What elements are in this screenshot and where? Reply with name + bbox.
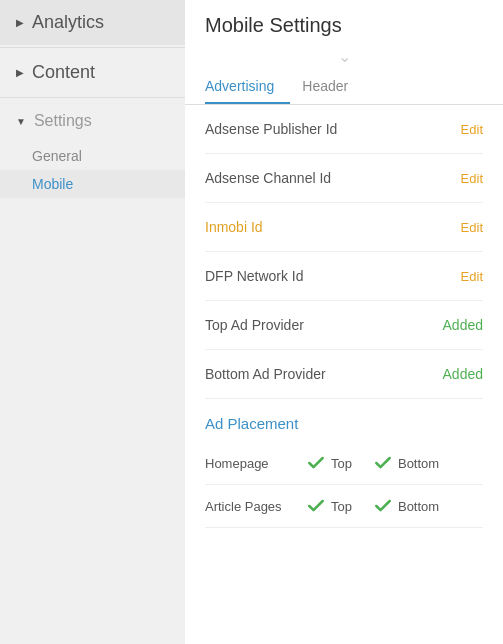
article-top-group: Top — [305, 495, 352, 517]
dfp-edit[interactable]: Edit — [461, 269, 483, 284]
article-top-label: Top — [331, 499, 352, 514]
sidebar-item-content[interactable]: ▶ Content — [0, 50, 185, 95]
sidebar-item-settings[interactable]: ▼ Settings — [0, 100, 185, 142]
sidebar: ▶ Analytics ▶ Content ▼ Settings General… — [0, 0, 185, 644]
page-title: Mobile Settings — [185, 0, 503, 47]
homepage-label: Homepage — [205, 456, 305, 471]
inmobi-label: Inmobi Id — [205, 219, 453, 235]
setting-row-dfp: DFP Network Id Edit — [205, 252, 483, 301]
bottom-ad-provider-status: Added — [443, 366, 483, 382]
article-bottom-label: Bottom — [398, 499, 439, 514]
sidebar-sub-mobile[interactable]: Mobile — [0, 170, 185, 198]
bottom-ad-provider-label: Bottom Ad Provider — [205, 366, 435, 382]
placement-row-homepage: Homepage Top Bottom — [205, 442, 483, 485]
analytics-label: Analytics — [32, 12, 104, 33]
content-label: Content — [32, 62, 95, 83]
adsense-publisher-label: Adsense Publisher Id — [205, 121, 453, 137]
main-content: Mobile Settings ⌄ Advertising Header Ads… — [185, 0, 503, 644]
article-bottom-group: Bottom — [372, 495, 439, 517]
homepage-top-check-icon[interactable] — [305, 452, 327, 474]
homepage-top-label: Top — [331, 456, 352, 471]
adsense-channel-edit[interactable]: Edit — [461, 171, 483, 186]
analytics-arrow-icon: ▶ — [16, 17, 24, 28]
sidebar-divider-1 — [0, 47, 185, 48]
general-label: General — [32, 148, 82, 164]
settings-arrow-icon: ▼ — [16, 116, 26, 127]
setting-row-inmobi: Inmobi Id Edit — [205, 203, 483, 252]
tab-advertising[interactable]: Advertising — [205, 70, 290, 104]
sidebar-item-analytics[interactable]: ▶ Analytics — [0, 0, 185, 45]
top-ad-provider-label: Top Ad Provider — [205, 317, 435, 333]
homepage-bottom-label: Bottom — [398, 456, 439, 471]
tabs-row: Advertising Header — [185, 70, 503, 105]
article-pages-label: Article Pages — [205, 499, 305, 514]
adsense-publisher-edit[interactable]: Edit — [461, 122, 483, 137]
inmobi-edit[interactable]: Edit — [461, 220, 483, 235]
ad-placement-heading: Ad Placement — [205, 399, 483, 442]
tab-header[interactable]: Header — [302, 70, 364, 104]
homepage-bottom-check-icon[interactable] — [372, 452, 394, 474]
setting-row-adsense-channel: Adsense Channel Id Edit — [205, 154, 483, 203]
dfp-label: DFP Network Id — [205, 268, 453, 284]
content-area: Adsense Publisher Id Edit Adsense Channe… — [185, 105, 503, 528]
article-top-check-icon[interactable] — [305, 495, 327, 517]
setting-row-adsense-publisher: Adsense Publisher Id Edit — [205, 105, 483, 154]
placement-row-article: Article Pages Top Bottom — [205, 485, 483, 528]
setting-row-top-ad: Top Ad Provider Added — [205, 301, 483, 350]
settings-label: Settings — [34, 112, 92, 130]
scroll-indicator: ⌄ — [185, 47, 503, 70]
mobile-label: Mobile — [32, 176, 73, 192]
top-ad-provider-status: Added — [443, 317, 483, 333]
content-arrow-icon: ▶ — [16, 67, 24, 78]
homepage-bottom-group: Bottom — [372, 452, 439, 474]
sidebar-sub-general[interactable]: General — [0, 142, 185, 170]
setting-row-bottom-ad: Bottom Ad Provider Added — [205, 350, 483, 399]
article-bottom-check-icon[interactable] — [372, 495, 394, 517]
adsense-channel-label: Adsense Channel Id — [205, 170, 453, 186]
homepage-top-group: Top — [305, 452, 352, 474]
sidebar-divider-2 — [0, 97, 185, 98]
ad-placement-section: Ad Placement Homepage Top — [205, 399, 483, 528]
